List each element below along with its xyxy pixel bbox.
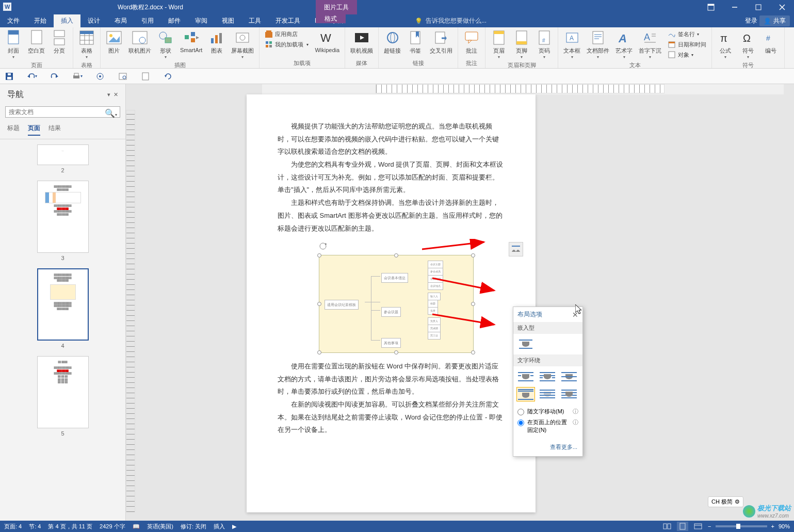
footer-button[interactable]: 页脚▾ [510,28,533,60]
layout-opt-tight[interactable] [538,369,557,384]
resize-handle[interactable] [394,253,398,257]
view-print-layout[interactable] [677,522,688,531]
layout-opt-through[interactable] [560,369,578,384]
status-page[interactable]: 页面: 4 [4,523,22,530]
horizontal-ruler[interactable] [262,84,784,94]
nav-tab-pages[interactable]: 页面 [28,124,40,136]
chart-button[interactable]: 图表 [205,28,228,56]
tab-layout[interactable]: 布局 [107,14,134,27]
tab-insert[interactable]: 插入 [54,14,80,27]
thumbnail-page-3[interactable]: ████████████████████████████████████████… [15,181,110,261]
object-button[interactable]: 对象▾ [667,50,707,59]
thumbnail-page-5[interactable]: ██ █████████████████████████████████████… [15,356,110,437]
resize-handle[interactable] [471,302,475,306]
layout-opt-square[interactable] [516,369,535,384]
signature-line-button[interactable]: 签名行▾ [667,29,707,39]
nav-close-icon[interactable]: ✕ [114,91,118,98]
comment-button[interactable]: 批注 [460,28,483,56]
online-picture-button[interactable]: 联机图片 [125,28,154,56]
bookmark-button[interactable]: 书签 [404,28,427,56]
qat-rotate-button[interactable] [163,71,173,82]
ime-badge[interactable]: CH 极简 ⚙ [708,496,743,507]
status-section[interactable]: 节: 4 [29,523,41,530]
table-button[interactable]: 表格▾ [75,28,98,60]
cover-page-button[interactable]: 封面▾ [2,28,25,60]
layout-radio-fix-position[interactable]: 在页面上的位置固定(N) ⓘ [517,418,578,434]
online-video-button[interactable]: 联机视频 [347,28,376,56]
quick-parts-button[interactable]: 文档部件▾ [584,28,612,60]
ime-settings-icon[interactable]: ⚙ [735,498,740,505]
vertical-ruler[interactable] [126,94,138,512]
layout-opt-inline[interactable] [516,337,535,351]
cross-reference-button[interactable]: 交叉引用 [427,28,456,56]
info-icon[interactable]: ⓘ [573,418,578,426]
date-time-button[interactable]: 日期和时间 [667,40,707,49]
shapes-button[interactable]: 形状▾ [154,28,177,60]
tab-mailings[interactable]: 邮件 [161,14,188,27]
tab-developer[interactable]: 开发工具 [268,14,307,27]
qat-touch-button[interactable] [95,71,105,82]
login-link[interactable]: 登录 [745,17,757,25]
wordart-button[interactable]: A艺术字▾ [612,28,636,60]
tab-view[interactable]: 视图 [215,14,241,27]
smartart-button[interactable]: SmartArt [177,28,205,54]
close-button[interactable] [770,0,794,14]
wikipedia-button[interactable]: WWikipedia [312,28,343,54]
equation-button[interactable]: π公式▾ [714,28,737,60]
tab-review[interactable]: 审阅 [188,14,215,27]
tab-references[interactable]: 引用 [134,14,161,27]
document-area[interactable]: 视频提供了功能强大的方法帮助您证明您的观点。当您单击联机视频时，可以在想要添加的… [126,84,794,521]
screenshot-button[interactable]: 屏幕截图▾ [228,28,257,60]
rotate-handle-icon[interactable] [319,242,505,255]
info-icon[interactable]: ⓘ [573,408,578,415]
search-icon[interactable]: 🔍▾ [105,108,117,118]
resize-handle[interactable] [317,302,321,306]
layout-radio-move-with-text[interactable]: 随文字移动(M) ⓘ [517,408,578,415]
see-more-link[interactable]: 查看更多... [550,444,577,450]
hyperlink-button[interactable]: 超链接 [381,28,404,56]
blank-page-button[interactable]: 空白页 [25,28,48,56]
share-button[interactable]: 👤 共享 [759,15,790,26]
page-number-button[interactable]: #页码▾ [533,28,556,60]
status-track-changes[interactable]: 修订: 关闭 [181,523,206,530]
layout-opt-front[interactable] [560,387,578,401]
selected-image[interactable]: 通用会议纪要模板 会议基本信息 参会议题 其他事项 会议主题 参会成员 会议时间… [319,242,505,353]
redo-button[interactable] [50,71,60,82]
textbox-button[interactable]: A文本框▾ [560,28,584,60]
status-language[interactable]: 英语(美国) [147,523,173,530]
number-button[interactable]: #编号 [759,28,782,56]
tab-home[interactable]: 开始 [27,14,54,27]
qat-preview-button[interactable] [118,71,128,82]
tab-tools[interactable]: 工具 [241,14,268,27]
nav-dropdown-icon[interactable]: ▾ [107,91,110,98]
nav-tab-headings[interactable]: 标题 [7,124,20,136]
status-macro-icon[interactable]: ▶ [232,523,236,530]
qat-print-button[interactable]: ▾ [72,71,83,82]
nav-search-input[interactable] [5,106,120,118]
zoom-in-button[interactable]: + [771,523,774,529]
tab-file[interactable]: 文件 [0,14,27,27]
page-break-button[interactable]: 分页 [48,28,71,56]
header-button[interactable]: 页眉▾ [488,28,510,60]
tell-me-search[interactable]: 💡 告诉我您想要做什么... [415,14,487,27]
zoom-level[interactable]: 90% [779,523,790,529]
status-insert-mode[interactable]: 插入 [214,523,225,530]
drop-cap-button[interactable]: A首字下沉▾ [636,28,665,60]
view-web-layout[interactable] [692,522,704,531]
picture-button[interactable]: 图片 [103,28,125,56]
layout-opt-behind[interactable] [538,387,557,401]
resize-handle[interactable] [317,350,321,354]
thumbnail-page-4[interactable]: ████████████████████████████████████████… [15,268,110,349]
nav-search-box[interactable]: 🔍▾ [5,106,120,118]
tab-design[interactable]: 设计 [80,14,107,27]
resize-handle[interactable] [394,350,398,354]
undo-button[interactable]: ▾ [27,71,37,82]
view-read-mode[interactable] [661,522,673,531]
maximize-button[interactable] [747,0,770,14]
resize-handle[interactable] [471,253,475,257]
app-store-button[interactable]: 应用商店 [264,29,310,39]
tab-format[interactable]: 格式 [316,14,346,23]
zoom-out-button[interactable]: − [708,523,711,529]
status-page-count[interactable]: 第 4 页，共 11 页 [48,523,92,530]
status-spell-icon[interactable]: 📖 [133,523,140,530]
